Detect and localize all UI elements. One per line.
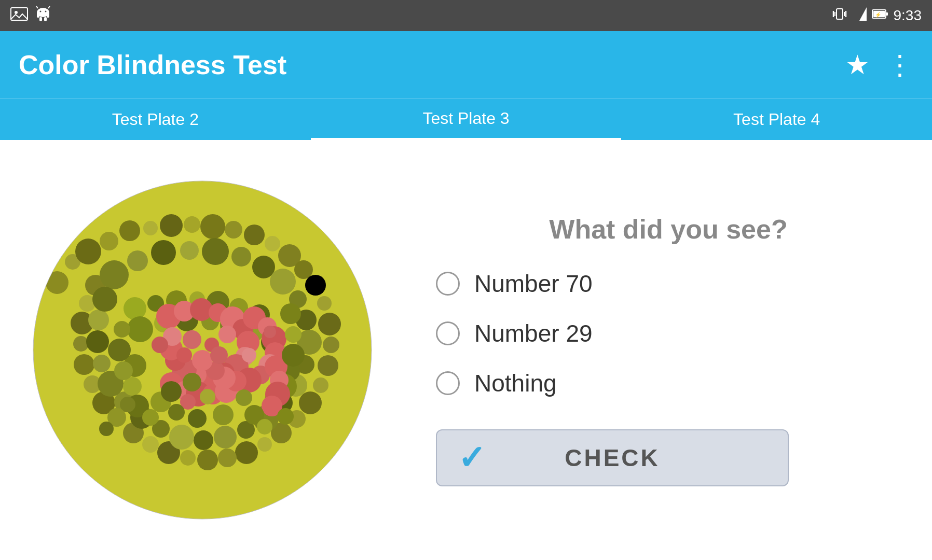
svg-point-63	[100, 260, 129, 289]
svg-point-111	[142, 409, 159, 426]
svg-point-154	[192, 350, 213, 371]
more-options-button[interactable]: ⋮	[886, 49, 913, 80]
svg-point-147	[152, 337, 168, 353]
app-title: Color Blindness Test	[19, 49, 286, 80]
svg-point-80	[194, 430, 213, 450]
svg-point-165	[168, 404, 185, 421]
svg-point-39	[317, 296, 332, 311]
label-number-70: Number 70	[474, 270, 593, 298]
svg-point-64	[127, 250, 148, 271]
svg-rect-7	[37, 12, 39, 18]
svg-point-30	[160, 214, 183, 237]
svg-point-155	[176, 347, 192, 363]
svg-point-79	[214, 426, 237, 449]
svg-point-37	[294, 260, 313, 279]
radio-number-29[interactable]	[436, 321, 460, 345]
svg-rect-8	[47, 12, 49, 18]
svg-point-167	[257, 419, 272, 435]
svg-rect-20	[886, 12, 888, 16]
svg-point-43	[313, 377, 328, 393]
plate-container	[31, 179, 374, 521]
svg-point-87	[86, 330, 109, 353]
svg-point-48	[235, 441, 258, 464]
svg-text:⚡: ⚡	[875, 11, 882, 18]
svg-point-174	[183, 373, 201, 391]
svg-point-68	[231, 247, 251, 267]
svg-point-26	[75, 239, 101, 264]
svg-point-90	[124, 297, 146, 320]
svg-point-31	[184, 216, 200, 233]
favorite-button[interactable]: ★	[845, 49, 870, 80]
svg-point-35	[265, 236, 280, 251]
radio-nothing[interactable]	[436, 371, 460, 395]
svg-point-168	[188, 409, 207, 428]
svg-point-176	[236, 389, 252, 406]
app-bar: Color Blindness Test ★ ⋮	[0, 31, 932, 99]
svg-point-97	[127, 316, 153, 342]
image-icon	[10, 6, 28, 25]
svg-point-69	[252, 256, 275, 278]
svg-point-50	[197, 450, 218, 470]
svg-point-29	[143, 221, 158, 235]
svg-rect-11	[837, 9, 843, 19]
svg-point-151	[218, 326, 236, 343]
svg-point-42	[318, 355, 338, 376]
svg-marker-16	[859, 7, 867, 21]
svg-point-157	[114, 321, 130, 338]
svg-point-152	[183, 330, 201, 349]
quiz-question: What did you see?	[549, 214, 787, 245]
check-checkmark-icon: ✓	[458, 439, 486, 477]
svg-point-81	[169, 425, 194, 450]
svg-point-40	[318, 313, 341, 335]
signal-icon	[852, 7, 867, 24]
label-number-29: Number 29	[474, 319, 593, 347]
svg-point-172	[99, 422, 114, 436]
svg-point-169	[213, 404, 234, 425]
tab-bar: Test Plate 2 Test Plate 3 Test Plate 4	[0, 99, 932, 140]
svg-point-32	[200, 214, 225, 239]
tab-test-plate-2[interactable]: Test Plate 2	[0, 99, 311, 140]
svg-point-33	[225, 221, 242, 239]
option-number-29[interactable]: Number 29	[436, 319, 593, 347]
svg-point-47	[257, 437, 272, 452]
main-content: What did you see? Number 70 Number 29 No…	[0, 140, 932, 560]
svg-point-70	[270, 269, 296, 295]
svg-point-53	[142, 436, 159, 453]
status-bar-left	[10, 5, 51, 26]
radio-number-70[interactable]	[436, 272, 460, 296]
quiz-panel: What did you see? Number 70 Number 29 No…	[405, 214, 901, 486]
svg-point-41	[323, 337, 339, 353]
svg-point-88	[88, 310, 109, 330]
svg-rect-0	[11, 8, 28, 20]
option-number-70[interactable]: Number 70	[436, 270, 593, 298]
option-nothing[interactable]: Nothing	[436, 369, 557, 397]
svg-point-49	[218, 449, 237, 467]
tab-test-plate-3[interactable]: Test Plate 3	[311, 99, 622, 140]
svg-line-5	[36, 6, 38, 8]
svg-point-1	[15, 11, 18, 14]
ishihara-plate	[31, 179, 374, 521]
svg-point-86	[93, 355, 111, 372]
svg-point-28	[119, 220, 140, 241]
svg-point-161	[285, 326, 301, 343]
svg-point-3	[40, 11, 42, 12]
svg-point-158	[108, 339, 131, 361]
time-display: 9:33	[894, 7, 922, 24]
svg-point-175	[161, 381, 182, 402]
svg-rect-10	[44, 17, 47, 21]
svg-point-150	[264, 326, 276, 338]
status-bar: ⚡ 9:33	[0, 0, 932, 31]
check-button[interactable]: ✓ CHECK	[436, 429, 789, 486]
svg-point-27	[100, 232, 118, 250]
svg-point-156	[210, 346, 228, 364]
check-label: CHECK	[565, 444, 660, 472]
svg-point-38	[305, 275, 326, 296]
svg-point-44	[299, 391, 322, 414]
tab-test-plate-4[interactable]: Test Plate 4	[621, 99, 932, 140]
svg-point-67	[202, 238, 229, 265]
svg-point-160	[280, 303, 301, 324]
svg-point-4	[45, 11, 47, 12]
app-bar-actions: ★ ⋮	[845, 49, 913, 80]
svg-rect-9	[39, 17, 42, 21]
svg-point-34	[244, 225, 265, 245]
